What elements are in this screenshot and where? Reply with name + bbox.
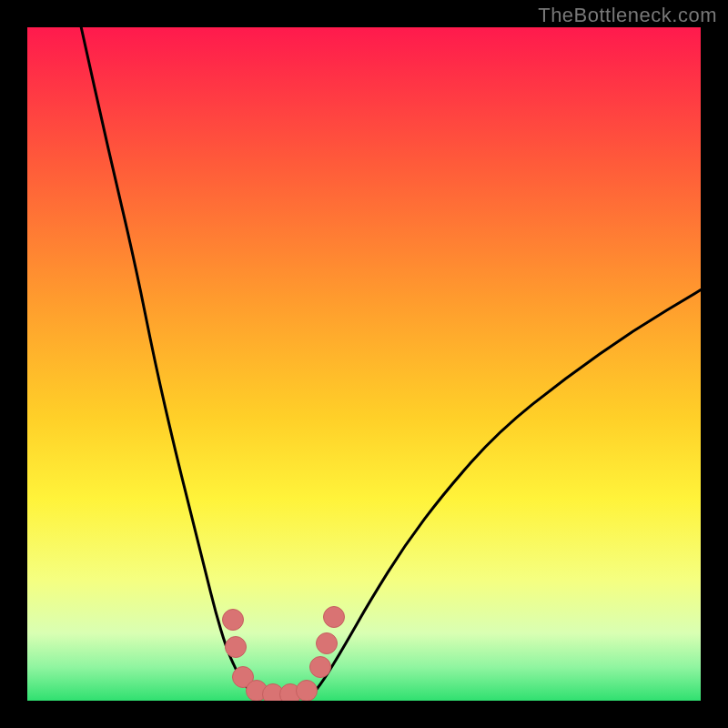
left-curve	[81, 27, 256, 697]
marker-dot	[225, 636, 247, 658]
right-curve	[310, 290, 701, 698]
plot-area	[27, 27, 701, 701]
marker-dot	[222, 609, 244, 631]
chart-stage: TheBottleneck.com	[0, 0, 728, 728]
curves-layer	[27, 27, 701, 701]
marker-dot	[296, 680, 318, 701]
marker-dot	[323, 606, 345, 628]
watermark-text: TheBottleneck.com	[538, 4, 717, 27]
marker-dot	[316, 632, 338, 654]
marker-dot	[309, 656, 331, 678]
